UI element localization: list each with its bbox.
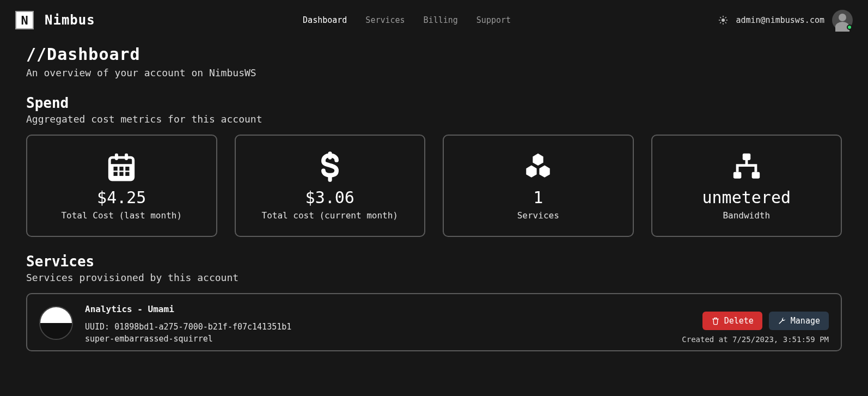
services-header: Services Services provisioned by this ac… bbox=[26, 253, 842, 283]
metric-bandwidth-label: Bandwidth bbox=[723, 210, 770, 221]
svg-rect-20 bbox=[743, 154, 751, 160]
svg-rect-16 bbox=[126, 167, 130, 170]
metric-services: 1 Services bbox=[443, 135, 634, 237]
theme-sun-icon[interactable] bbox=[718, 15, 728, 25]
svg-rect-12 bbox=[115, 154, 118, 160]
metric-current-month-label: Total cost (current month) bbox=[262, 210, 398, 221]
service-name: Analytics - Umami bbox=[85, 304, 690, 314]
service-avatar bbox=[39, 306, 73, 340]
service-actions: Delete Manage bbox=[702, 312, 829, 330]
page-body: //Dashboard An overview of your account … bbox=[0, 36, 868, 351]
service-created-at: Created at 7/25/2023, 3:51:59 PM bbox=[682, 335, 829, 344]
services-title: Services bbox=[26, 253, 842, 270]
top-nav: Dashboard Services Billing Support bbox=[106, 15, 708, 25]
header-right: admin@nimbusws.com bbox=[718, 10, 853, 31]
delete-button[interactable]: Delete bbox=[702, 312, 762, 330]
metric-bandwidth-value: unmetered bbox=[702, 188, 791, 207]
metric-services-label: Services bbox=[517, 210, 559, 221]
wrench-icon bbox=[778, 316, 786, 325]
nav-services[interactable]: Services bbox=[365, 15, 405, 25]
metric-services-value: 1 bbox=[533, 188, 543, 207]
service-uuid: UUID: 01898bd1-a275-7000-b21f-f07c141351… bbox=[85, 322, 690, 332]
spend-title: Spend bbox=[26, 95, 842, 111]
spend-metrics: $4.25 Total Cost (last month) $3.06 Tota… bbox=[26, 135, 842, 237]
services-subtitle: Services provisioned by this account bbox=[26, 272, 842, 283]
page-subtitle: An overview of your account on NimbusWS bbox=[26, 67, 842, 78]
svg-rect-22 bbox=[751, 172, 760, 179]
brand-name: Nimbus bbox=[45, 13, 95, 28]
user-email: admin@nimbusws.com bbox=[736, 15, 824, 25]
spend-header: Spend Aggregated cost metrics for this a… bbox=[26, 95, 842, 125]
app-header: N Nimbus Dashboard Services Billing Supp… bbox=[0, 0, 868, 36]
svg-rect-13 bbox=[125, 154, 128, 160]
metric-last-month: $4.25 Total Cost (last month) bbox=[26, 135, 217, 237]
metric-last-month-label: Total Cost (last month) bbox=[61, 210, 182, 221]
calendar-icon bbox=[106, 151, 137, 182]
svg-line-8 bbox=[726, 17, 726, 18]
svg-rect-17 bbox=[114, 172, 118, 176]
svg-point-0 bbox=[722, 19, 725, 22]
svg-rect-18 bbox=[120, 172, 124, 176]
network-icon bbox=[731, 151, 762, 182]
metric-bandwidth: unmetered Bandwidth bbox=[651, 135, 842, 237]
nav-dashboard[interactable]: Dashboard bbox=[303, 15, 347, 25]
trash-icon bbox=[711, 316, 720, 325]
svg-line-6 bbox=[726, 22, 726, 23]
svg-rect-21 bbox=[733, 172, 742, 179]
metric-last-month-value: $4.25 bbox=[97, 188, 146, 207]
cubes-icon bbox=[522, 151, 554, 182]
svg-rect-15 bbox=[120, 167, 124, 170]
page-title: //Dashboard bbox=[26, 45, 842, 64]
dollar-icon bbox=[314, 151, 346, 182]
nav-billing[interactable]: Billing bbox=[424, 15, 458, 25]
spend-subtitle: Aggregated cost metrics for this account bbox=[26, 113, 842, 125]
svg-rect-19 bbox=[126, 172, 130, 176]
service-card: Analytics - Umami UUID: 01898bd1-a275-70… bbox=[26, 293, 842, 351]
nav-support[interactable]: Support bbox=[476, 15, 511, 25]
service-slug: super-embarrassed-squirrel bbox=[85, 334, 690, 344]
brand-logo: N bbox=[15, 11, 34, 29]
manage-button[interactable]: Manage bbox=[769, 312, 829, 330]
metric-current-month: $3.06 Total cost (current month) bbox=[235, 135, 426, 237]
svg-line-5 bbox=[720, 17, 721, 18]
manage-label: Manage bbox=[791, 316, 820, 326]
svg-line-7 bbox=[720, 22, 721, 23]
user-avatar[interactable] bbox=[832, 10, 853, 31]
delete-label: Delete bbox=[724, 316, 754, 326]
service-info: Analytics - Umami UUID: 01898bd1-a275-70… bbox=[85, 304, 690, 344]
status-online-icon bbox=[847, 25, 852, 30]
svg-rect-14 bbox=[114, 167, 118, 170]
metric-current-month-value: $3.06 bbox=[305, 188, 354, 207]
